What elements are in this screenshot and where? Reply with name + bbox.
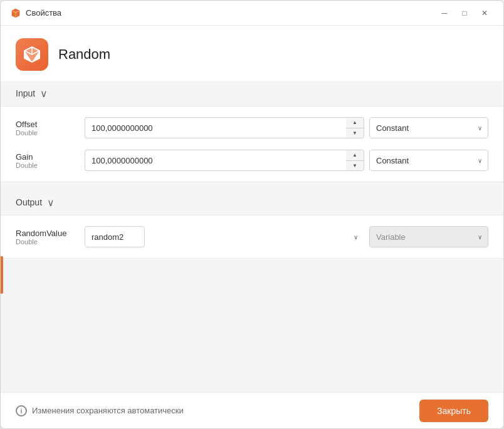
maximize-button[interactable]: □ bbox=[456, 4, 473, 22]
gain-label: Gain Double bbox=[16, 152, 85, 169]
offset-type-dropdown-wrapper: Constant Variable ∨ bbox=[369, 117, 488, 138]
offset-decrement-button[interactable]: ▼ bbox=[346, 128, 364, 138]
main-window: Свойства ─ □ ✕ Random Input ∨ bbox=[0, 0, 504, 429]
input-chevron-icon: ∨ bbox=[39, 88, 49, 98]
offset-increment-button[interactable]: ▲ bbox=[346, 118, 364, 128]
gain-decrement-button[interactable]: ▼ bbox=[346, 161, 364, 171]
randomvalue-type-dropdown-wrapper: Variable Constant ∨ bbox=[369, 226, 488, 247]
gain-type-dropdown-wrapper: Constant Variable ∨ bbox=[369, 150, 488, 171]
input-section-content: Offset Double ▲ ▼ Constant Variable bbox=[1, 106, 503, 182]
cube-icon bbox=[23, 45, 41, 64]
minimize-button[interactable]: ─ bbox=[436, 4, 453, 22]
close-button[interactable]: Закрыть bbox=[419, 400, 488, 422]
footer: i Изменения сохраняются автоматически За… bbox=[1, 392, 503, 428]
randomvalue-field-row: RandomValue Double random2 random1 rando… bbox=[1, 220, 503, 253]
randomvalue-type-dropdown[interactable]: Variable Constant bbox=[369, 226, 488, 247]
app-title: Random bbox=[58, 46, 110, 63]
randomvalue-field-type: Double bbox=[16, 238, 85, 246]
output-section: Output ∨ RandomValue Double random2 rand… bbox=[1, 190, 503, 259]
input-section-header[interactable]: Input ∨ bbox=[1, 81, 503, 106]
gain-increment-button[interactable]: ▲ bbox=[346, 150, 364, 161]
gain-type-dropdown[interactable]: Constant Variable bbox=[369, 150, 488, 171]
offset-field-name: Offset bbox=[16, 120, 85, 129]
footer-info-text: Изменения сохраняются автоматически bbox=[32, 406, 184, 415]
offset-type-dropdown[interactable]: Constant Variable bbox=[369, 117, 488, 138]
gain-field-row: Gain Double ▲ ▼ Constant Variable bbox=[1, 144, 503, 177]
randomvalue-select-wrapper: random2 random1 random3 ∨ bbox=[85, 226, 364, 247]
offset-label: Offset Double bbox=[16, 120, 85, 137]
title-bar: Свойства ─ □ ✕ bbox=[1, 1, 503, 26]
app-icon bbox=[16, 38, 48, 71]
offset-field-row: Offset Double ▲ ▼ Constant Variable bbox=[1, 111, 503, 144]
info-icon: i bbox=[16, 405, 27, 416]
left-accent-bar bbox=[1, 256, 3, 294]
gain-input[interactable] bbox=[85, 150, 346, 171]
offset-field-type: Double bbox=[16, 129, 85, 137]
output-section-label: Output bbox=[16, 197, 42, 207]
title-bar-text: Свойства bbox=[26, 8, 436, 18]
offset-input[interactable] bbox=[85, 117, 346, 138]
randomvalue-label: RandomValue Double bbox=[16, 229, 85, 246]
randomvalue-select[interactable]: random2 random1 random3 bbox=[85, 226, 145, 247]
window-controls: ─ □ ✕ bbox=[436, 4, 493, 22]
gain-field-name: Gain bbox=[16, 152, 85, 162]
title-bar-icon bbox=[11, 8, 21, 18]
randomvalue-field-name: RandomValue bbox=[16, 229, 85, 238]
output-chevron-icon: ∨ bbox=[46, 197, 56, 207]
header-section: Random bbox=[1, 26, 503, 81]
output-section-header[interactable]: Output ∨ bbox=[1, 190, 503, 215]
gain-field-type: Double bbox=[16, 162, 85, 169]
output-section-content: RandomValue Double random2 random1 rando… bbox=[1, 215, 503, 259]
offset-input-group: ▲ ▼ bbox=[85, 117, 364, 138]
content-area: Input ∨ Offset Double ▲ ▼ bbox=[1, 81, 503, 392]
gain-input-group: ▲ ▼ bbox=[85, 150, 364, 171]
footer-info: i Изменения сохраняются автоматически bbox=[16, 405, 184, 416]
input-section-label: Input bbox=[16, 88, 35, 98]
offset-stepper: ▲ ▼ bbox=[346, 117, 364, 138]
gain-stepper: ▲ ▼ bbox=[346, 150, 364, 171]
randomvalue-dropdown-arrow-icon: ∨ bbox=[354, 234, 358, 240]
close-window-button[interactable]: ✕ bbox=[476, 4, 493, 22]
input-section: Input ∨ Offset Double ▲ ▼ bbox=[1, 81, 503, 182]
